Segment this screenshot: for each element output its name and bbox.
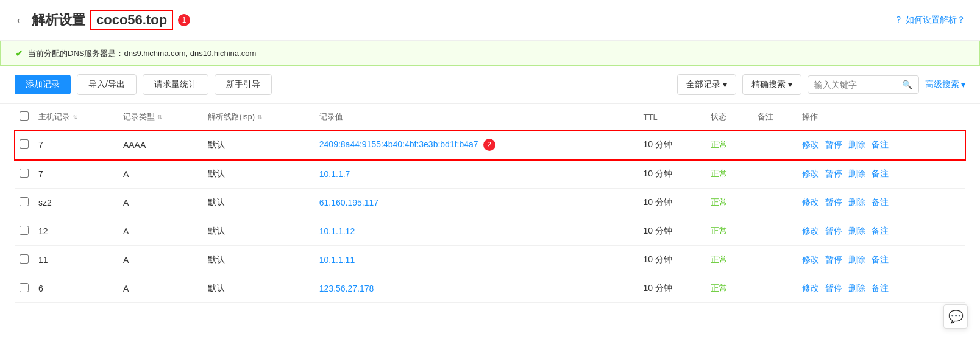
op-备注[interactable]: 备注 [872,197,889,207]
op-删除[interactable]: 删除 [848,169,865,178]
page-title: 解析设置 [32,11,85,29]
all-records-select[interactable]: 全部记录 ▾ [677,74,736,95]
cell-ops: 修改暂停删除备注 [797,130,965,160]
row-checkbox[interactable] [20,169,29,178]
row-checkbox[interactable] [20,226,29,235]
help-label: 如何设置解析？ [906,15,965,24]
cell-value: 123.56.27.178 [314,274,639,303]
type-sort-icon[interactable]: ⇅ [157,114,162,121]
op-修改[interactable]: 修改 [802,254,819,264]
col-ttl: TTL [639,104,706,130]
page-header: ← 解析设置 coco56.top 1 ? 如何设置解析？ [0,0,980,41]
search-input-wrap[interactable]: 🔍 [808,75,919,94]
row-checkbox[interactable] [20,254,29,264]
search-input[interactable] [814,80,900,89]
advanced-search-button[interactable]: 高级搜索 ▾ [925,79,965,90]
dns-notice-text: 当前分配的DNS服务器是：dns9.hichina.com, dns10.hic… [28,48,256,59]
op-备注[interactable]: 备注 [872,139,889,149]
op-修改[interactable]: 修改 [802,226,819,236]
op-备注[interactable]: 备注 [872,283,889,293]
back-button[interactable]: ← [15,13,27,27]
cell-line: 默认 [203,217,314,246]
precise-search-select[interactable]: 精确搜索 ▾ [742,74,801,95]
op-备注[interactable]: 备注 [872,254,889,264]
cell-remark [753,160,797,189]
cell-host: 6 [34,274,118,303]
cell-remark [753,130,797,160]
op-删除[interactable]: 删除 [848,139,865,149]
col-status: 状态 [706,104,753,130]
col-ops: 操作 [797,104,965,130]
cell-type: A [118,274,203,303]
stats-button[interactable]: 请求量统计 [143,74,208,95]
op-修改[interactable]: 修改 [802,197,819,207]
table-row: 6A默认123.56.27.17810 分钟正常修改暂停删除备注 [15,274,965,303]
op-修改[interactable]: 修改 [802,139,819,149]
cell-ops: 修改暂停删除备注 [797,189,965,217]
cell-status: 正常 [706,189,753,217]
op-删除[interactable]: 删除 [848,197,865,207]
cell-value: 10.1.1.12 [314,217,639,246]
import-export-button[interactable]: 导入/导出 [77,74,137,95]
cell-value: 61.160.195.117 [314,189,639,217]
op-暂停[interactable]: 暂停 [825,169,842,178]
op-暂停[interactable]: 暂停 [825,283,842,293]
all-records-label: 全部记录 [686,79,720,90]
op-删除[interactable]: 删除 [848,226,865,236]
toolbar: 添加记录 导入/导出 请求量统计 新手引导 全部记录 ▾ 精确搜索 ▾ 🔍 高级… [0,66,980,104]
adv-search-label: 高级搜索 [925,79,959,90]
cell-value: 10.1.1.7 [314,160,639,189]
cell-ttl: 10 分钟 [639,189,706,217]
cell-ttl: 10 分钟 [639,246,706,274]
op-删除[interactable]: 删除 [848,283,865,293]
op-修改[interactable]: 修改 [802,169,819,178]
op-暂停[interactable]: 暂停 [825,197,842,207]
row-checkbox[interactable] [20,197,29,206]
row-checkbox[interactable] [20,139,29,149]
op-删除[interactable]: 删除 [848,254,865,264]
cell-status: 正常 [706,246,753,274]
cell-ops: 修改暂停删除备注 [797,246,965,274]
cell-line: 默认 [203,160,314,189]
col-type: 记录类型 ⇅ [118,104,203,130]
col-host: 主机记录 ⇅ [34,104,118,130]
table-row: 7A默认10.1.1.710 分钟正常修改暂停删除备注 [15,160,965,189]
cell-type: A [118,160,203,189]
op-备注[interactable]: 备注 [872,226,889,236]
cell-line: 默认 [203,130,314,160]
cell-line: 默认 [203,274,314,303]
search-icon: 🔍 [902,80,912,89]
cell-host: 7 [34,130,118,160]
dns-table-wrap: 主机记录 ⇅ 记录类型 ⇅ 解析线路(isp) ⇅ 记录值 TTL 状态 备注 … [0,104,980,303]
col-remark: 备注 [753,104,797,130]
all-records-chevron-icon: ▾ [723,80,727,89]
op-备注[interactable]: 备注 [872,169,889,178]
header-checkbox-cell [15,104,34,130]
cell-remark [753,274,797,303]
line-sort-icon[interactable]: ⇅ [257,114,262,121]
help-link[interactable]: ? 如何设置解析？ [896,15,965,26]
col-value: 记录值 [314,104,639,130]
host-sort-icon[interactable]: ⇅ [73,114,77,121]
cell-status: 正常 [706,130,753,160]
table-header-row: 主机记录 ⇅ 记录类型 ⇅ 解析线路(isp) ⇅ 记录值 TTL 状态 备注 … [15,104,965,130]
guide-button[interactable]: 新手引导 [215,74,272,95]
cell-status: 正常 [706,274,753,303]
op-修改[interactable]: 修改 [802,283,819,293]
precise-search-label: 精确搜索 [751,79,786,90]
op-暂停[interactable]: 暂停 [825,254,842,264]
row-checkbox[interactable] [20,283,29,292]
cell-host: 12 [34,217,118,246]
select-all-checkbox[interactable] [20,111,29,121]
table-row: 12A默认10.1.1.1210 分钟正常修改暂停删除备注 [15,217,965,246]
col-line: 解析线路(isp) ⇅ [203,104,314,130]
op-暂停[interactable]: 暂停 [825,139,842,149]
cell-host: 7 [34,160,118,189]
precise-search-chevron-icon: ▾ [788,80,792,89]
cell-line: 默认 [203,246,314,274]
add-record-button[interactable]: 添加记录 [15,75,71,94]
adv-search-chevron-icon: ▾ [961,80,965,89]
toolbar-right: 全部记录 ▾ 精确搜索 ▾ 🔍 高级搜索 ▾ [677,74,965,95]
op-暂停[interactable]: 暂停 [825,226,842,236]
check-icon: ✔ [15,47,23,59]
